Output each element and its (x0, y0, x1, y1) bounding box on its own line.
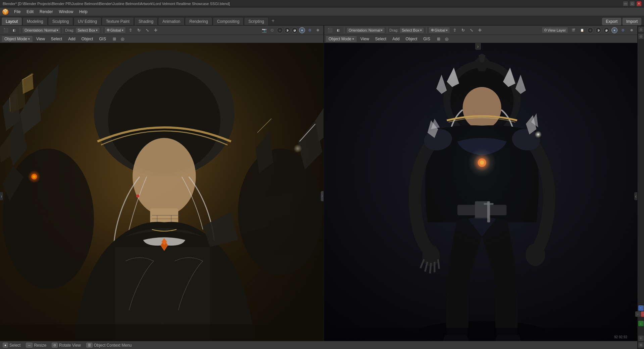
object-menu[interactable]: Object (79, 36, 96, 42)
right-snap-icon[interactable]: ⊞ (435, 35, 442, 43)
tab-compositing[interactable]: Compositing (213, 17, 244, 25)
transform-select[interactable]: ⊕ Global (104, 27, 126, 33)
right-material-shading[interactable]: ◕ (603, 27, 609, 33)
sidebar-icon-3[interactable]: ↓ (638, 321, 644, 326)
left-header-icon2[interactable]: ◧ (10, 27, 18, 34)
camera-icon[interactable]: 📷 (260, 27, 268, 34)
move-icon[interactable]: ⇧ (127, 27, 134, 34)
right-top-edge-toggle[interactable]: › (475, 43, 481, 50)
tab-sculpting[interactable]: Sculpting (48, 17, 73, 25)
tab-shading[interactable]: Shading (134, 17, 158, 25)
sep1 (20, 27, 20, 33)
transform-icon[interactable]: ✛ (152, 27, 159, 34)
tab-animation[interactable]: Animation (158, 17, 185, 25)
main-area: ⬛ ◧ Orientation: Normal Drag: Select Box… (0, 26, 644, 349)
sidebar-icon-1[interactable]: ⊙ (638, 27, 644, 32)
right-rendered-shading[interactable]: ● (611, 27, 617, 33)
left-n-panel-toggle[interactable]: ‹ (321, 191, 324, 201)
right-object-menu[interactable]: Object (403, 36, 420, 42)
tab-layout[interactable]: Layout (1, 17, 22, 25)
gizmo-right[interactable]: → (641, 311, 644, 317)
right-proportional-icon[interactable]: ◎ (443, 35, 450, 43)
object-mode-select[interactable]: Object Mode (1, 36, 33, 42)
left-viewport[interactable]: › ‹ (0, 43, 324, 349)
view-menu[interactable]: View (34, 36, 48, 42)
rotate-icon[interactable]: ↻ (135, 27, 143, 34)
drag-select[interactable]: Select Box (75, 27, 100, 33)
import-button[interactable]: Import (623, 18, 641, 25)
gizmo-toggle[interactable]: ⊕ (314, 27, 321, 34)
blender-logo[interactable] (1, 8, 9, 16)
tab-rendering[interactable]: Rendering (185, 17, 212, 25)
sidebar-icon-2[interactable]: ◎ (638, 34, 644, 39)
menu-render[interactable]: Render (37, 9, 55, 15)
export-button[interactable]: Export (602, 18, 621, 25)
tab-scripting[interactable]: Scripting (244, 17, 268, 25)
right-gizmo-toggle[interactable]: ⊕ (628, 27, 635, 34)
select-menu[interactable]: Select (48, 36, 65, 42)
right-drag-value: Select Box (402, 28, 419, 32)
snap-icon[interactable]: ⊞ (111, 35, 118, 43)
right-wireframe-shading[interactable]: ○ (587, 27, 593, 33)
right-add-menu[interactable]: Add (390, 36, 402, 42)
gizmo-up[interactable]: ↑ (638, 305, 644, 311)
svg-rect-43 (0, 43, 324, 349)
sidebar-icon-4[interactable]: + (638, 336, 644, 341)
right-scene-icon[interactable]: 🎬 (569, 27, 577, 34)
proportional-icon[interactable]: ◎ (119, 35, 126, 43)
right-object-mode-select[interactable]: Object Mode (326, 36, 357, 42)
menu-file[interactable]: File (11, 9, 23, 15)
right-scale-icon[interactable]: ⤡ (468, 27, 475, 34)
wireframe-shading[interactable]: ○ (277, 27, 283, 33)
menu-window[interactable]: Window (56, 9, 76, 15)
right-gis-menu[interactable]: GIS (420, 36, 433, 42)
left-edge-toggle[interactable]: › (0, 192, 3, 200)
context-label: Object Context Menu (94, 343, 132, 348)
close-button[interactable]: ✕ (637, 1, 641, 6)
menu-edit[interactable]: Edit (24, 9, 36, 15)
gis-menu[interactable]: GIS (96, 36, 109, 42)
right-view-menu[interactable]: View (358, 36, 372, 42)
solid-shading[interactable]: ◑ (284, 27, 290, 33)
add-workspace-button[interactable]: + (269, 16, 277, 25)
menu-bar: File Edit Render Window Help (0, 7, 644, 16)
menu-help[interactable]: Help (77, 9, 90, 15)
right-solid-shading[interactable]: ◑ (595, 27, 601, 33)
right-viewport[interactable]: 92 92.92 ‹ › (324, 43, 637, 349)
add-menu[interactable]: Add (65, 36, 78, 42)
right-overlay-toggle[interactable]: ⊙ (619, 27, 627, 34)
sep3 (102, 27, 102, 33)
right-edge-toggle[interactable]: ‹ (634, 192, 637, 200)
right-rotate-icon[interactable]: ↻ (459, 27, 467, 34)
right-transform-icon[interactable]: ✛ (476, 27, 484, 34)
tab-modeling[interactable]: Modeling (22, 17, 48, 25)
maximize-button[interactable]: □ (630, 1, 635, 6)
right-header-icon1[interactable]: ⬛ (326, 27, 334, 34)
right-transform-select[interactable]: ⊕ Global (429, 27, 450, 33)
sep2 (63, 27, 63, 33)
right-select-menu[interactable]: Select (373, 36, 389, 42)
sidebar-icon-5[interactable]: ⊟ (638, 342, 644, 348)
view-layer-display[interactable]: ⊙ View Layer (542, 27, 568, 33)
context-key: ☰ (86, 343, 93, 348)
status-rotate: ⊙ Rotate View (52, 343, 81, 348)
perspective-icon[interactable]: ⬡ (268, 27, 276, 34)
tab-texture-paint[interactable]: Texture Paint (102, 17, 134, 25)
tab-uv-editing[interactable]: UV Editing (73, 17, 101, 25)
right-orientation-select[interactable]: Orientation: Normal (346, 27, 385, 33)
right-sep3 (426, 27, 427, 33)
right-move-icon[interactable]: ⇧ (451, 27, 458, 34)
material-shading[interactable]: ◕ (292, 27, 298, 33)
minimize-button[interactable]: — (623, 1, 628, 6)
right-header-icon2[interactable]: ◧ (335, 27, 342, 34)
right-drag-select[interactable]: Select Box (399, 27, 424, 33)
overlay-toggle[interactable]: ⊙ (306, 27, 313, 34)
gizmo-left[interactable]: ← (635, 311, 641, 317)
right-layer-icon[interactable]: 📋 (578, 27, 586, 34)
right-orientation-label: Orientation: (349, 28, 368, 32)
right-viewport-scene (324, 43, 637, 349)
scale-icon[interactable]: ⤡ (144, 27, 151, 34)
orientation-select[interactable]: Orientation: Normal (22, 27, 61, 33)
left-header-icon1[interactable]: ⬛ (2, 27, 9, 34)
rendered-shading[interactable]: ● (299, 27, 305, 33)
